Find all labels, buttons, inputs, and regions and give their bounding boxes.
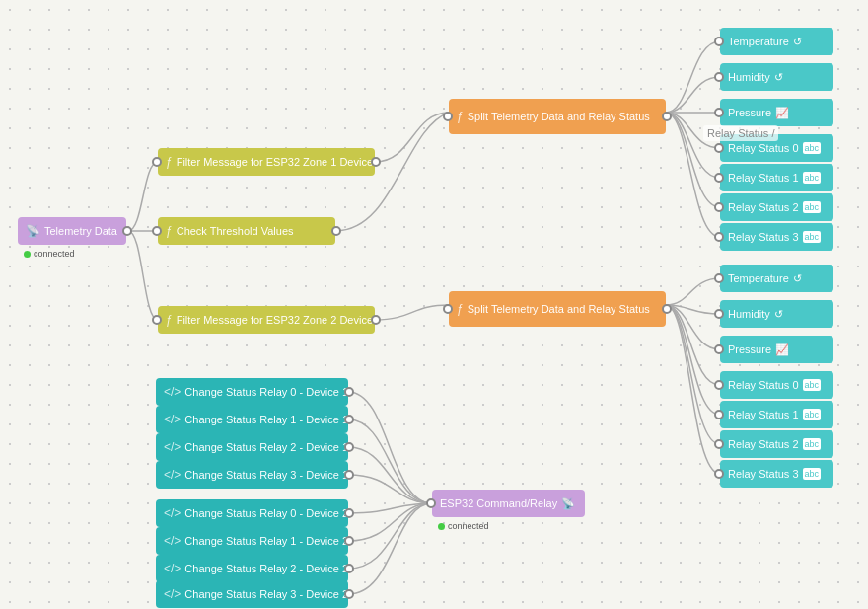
ch-r0-d2-node[interactable]: </> Change Status Relay 0 - Device 2 xyxy=(156,499,348,527)
ch-r1-d2-node[interactable]: </> Change Status Relay 1 - Device 2 xyxy=(156,527,348,555)
check-threshold-label: Check Threshold Values xyxy=(177,225,294,237)
ch-r0-d1-node[interactable]: </> Change Status Relay 0 - Device 1 xyxy=(156,378,348,406)
port-left xyxy=(714,439,724,449)
port-left xyxy=(152,226,162,236)
port-left xyxy=(714,273,724,283)
port-left xyxy=(714,344,724,354)
port-left xyxy=(443,304,453,314)
port-left xyxy=(714,202,724,212)
port-right xyxy=(344,442,354,452)
port-right xyxy=(371,315,381,325)
wifi-icon-hum-bot: ↺ xyxy=(774,308,783,321)
func-icon3: ƒ xyxy=(166,313,173,327)
pres-top-node[interactable]: Pressure 📈 xyxy=(720,99,833,126)
port-left xyxy=(714,309,724,319)
port-left xyxy=(714,143,724,153)
code-icon: </> xyxy=(164,562,181,575)
abc-badge: abc xyxy=(803,231,822,243)
filter-z2-label: Filter Message for ESP32 Zone 2 Device xyxy=(177,314,373,326)
filter-z1-node[interactable]: ƒ Filter Message for ESP32 Zone 1 Device xyxy=(158,148,375,176)
abc-badge: abc xyxy=(803,438,822,450)
split-bot-node[interactable]: ƒ Split Telemetry Data and Relay Status xyxy=(449,291,666,327)
port-right xyxy=(122,226,132,236)
port-left xyxy=(714,173,724,183)
abc-badge: abc xyxy=(803,379,822,391)
port-left xyxy=(443,112,453,121)
code-icon: </> xyxy=(164,413,181,426)
wifi-icon-hum: ↺ xyxy=(774,71,783,84)
port-right xyxy=(344,508,354,518)
relay3-bot-node[interactable]: Relay Status 3 abc xyxy=(720,460,833,488)
abc-badge: abc xyxy=(803,172,822,184)
code-icon: </> xyxy=(164,587,181,601)
relay3-top-node[interactable]: Relay Status 3 abc xyxy=(720,223,833,251)
abc-badge: abc xyxy=(803,142,822,154)
split-top-label: Split Telemetry Data and Relay Status xyxy=(468,111,650,122)
ch-r2-d2-node[interactable]: </> Change Status Relay 2 - Device 2 xyxy=(156,555,348,582)
temp-top-node[interactable]: Temperature ↺ xyxy=(720,28,833,55)
relay2-bot-node[interactable]: Relay Status 2 abc xyxy=(720,430,833,458)
relay2-top-node[interactable]: Relay Status 2 abc xyxy=(720,193,833,221)
port-right xyxy=(344,470,354,480)
check-threshold-node[interactable]: ƒ Check Threshold Values xyxy=(158,217,335,245)
func-icon: ƒ xyxy=(166,155,173,169)
port-right xyxy=(344,564,354,573)
port-left xyxy=(152,157,162,167)
wifi-icon-esp32: 📡 xyxy=(561,497,575,510)
code-icon: </> xyxy=(164,440,181,454)
abc-badge: abc xyxy=(803,409,822,420)
split-top-node[interactable]: ƒ Split Telemetry Data and Relay Status xyxy=(449,99,666,134)
port-right xyxy=(344,387,354,397)
port-left xyxy=(714,469,724,479)
esp32-relay-status: connected xyxy=(438,521,489,531)
ch-r3-d1-node[interactable]: </> Change Status Relay 3 - Device 1 xyxy=(156,461,348,489)
port-left xyxy=(714,108,724,117)
telemetry-label: Telemetry Data xyxy=(44,225,117,237)
wifi-icon-temp-bot: ↺ xyxy=(793,272,802,285)
code-icon: </> xyxy=(164,506,181,520)
pres-bot-node[interactable]: Pressure 📈 xyxy=(720,336,833,363)
wifi-icon-temp: ↺ xyxy=(793,36,802,48)
port-right xyxy=(344,415,354,424)
port-right xyxy=(662,304,672,314)
telemetry-node[interactable]: 📡 Telemetry Data connected xyxy=(18,217,126,245)
filter-z2-node[interactable]: ƒ Filter Message for ESP32 Zone 2 Device xyxy=(158,306,375,334)
port-right xyxy=(344,589,354,599)
code-icon: </> xyxy=(164,385,181,399)
port-right xyxy=(331,226,341,236)
filter-z1-label: Filter Message for ESP32 Zone 1 Device xyxy=(177,156,373,168)
port-left xyxy=(426,498,436,508)
func-icon5: ƒ xyxy=(457,302,464,316)
code-icon: </> xyxy=(164,468,181,482)
relay1-top-node[interactable]: Relay Status 1 abc xyxy=(720,164,833,191)
flow-canvas: 📡 Telemetry Data connected ƒ Filter Mess… xyxy=(0,0,868,609)
port-left xyxy=(714,380,724,390)
hum-top-node[interactable]: Humidity ↺ xyxy=(720,63,833,91)
port-left xyxy=(152,315,162,325)
port-right xyxy=(662,112,672,121)
func-icon2: ƒ xyxy=(166,224,173,238)
abc-badge: abc xyxy=(803,201,822,213)
breadcrumb: Relay Status / xyxy=(703,125,778,141)
ch-r2-d1-node[interactable]: </> Change Status Relay 2 - Device 1 xyxy=(156,433,348,461)
abc-badge: abc xyxy=(803,468,822,480)
split-bot-label: Split Telemetry Data and Relay Status xyxy=(468,303,650,315)
chart-icon-pres-bot: 📈 xyxy=(775,343,789,356)
esp32-relay-node[interactable]: ESP32 Command/Relay 📡 connected xyxy=(432,490,585,517)
ch-r1-d1-node[interactable]: </> Change Status Relay 1 - Device 1 xyxy=(156,406,348,433)
ch-r3-d2-node[interactable]: </> Change Status Relay 3 - Device 2 xyxy=(156,580,348,608)
temp-bot-node[interactable]: Temperature ↺ xyxy=(720,265,833,292)
relay0-bot-node[interactable]: Relay Status 0 abc xyxy=(720,371,833,399)
port-right xyxy=(371,157,381,167)
wifi-icon: 📡 xyxy=(26,224,40,238)
telemetry-status: connected xyxy=(24,249,75,259)
port-left xyxy=(714,37,724,46)
func-icon4: ƒ xyxy=(457,110,464,123)
chart-icon-pres: 📈 xyxy=(775,107,789,119)
hum-bot-node[interactable]: Humidity ↺ xyxy=(720,300,833,328)
status-dot xyxy=(24,251,31,258)
port-left xyxy=(714,410,724,419)
status-dot-esp32 xyxy=(438,523,445,530)
relay1-bot-node[interactable]: Relay Status 1 abc xyxy=(720,401,833,428)
port-right xyxy=(344,536,354,546)
